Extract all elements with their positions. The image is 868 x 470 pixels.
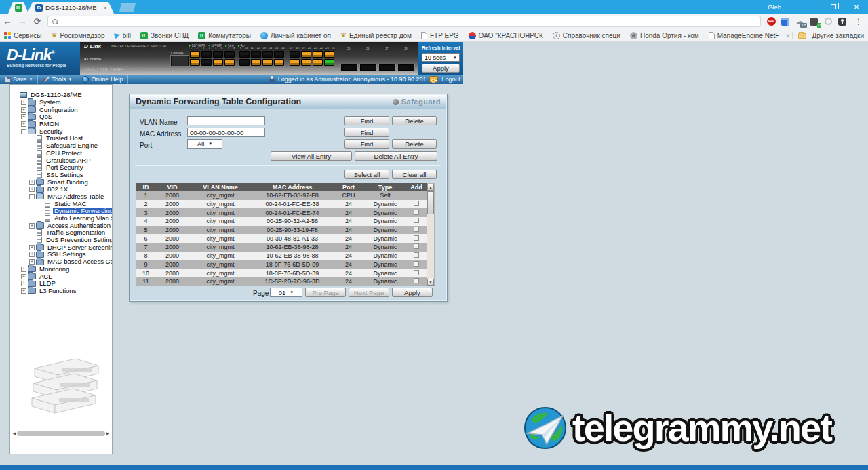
expand-icon[interactable]: + xyxy=(29,187,35,192)
bookmark-item[interactable]: ♛Единый реестр дом xyxy=(340,32,412,39)
address-input[interactable] xyxy=(61,18,756,25)
address-bar[interactable] xyxy=(47,16,761,27)
active-tab[interactable]: D DGS-1210-28/ME × xyxy=(27,2,114,14)
add-checkbox[interactable] xyxy=(414,261,419,267)
bookmark-item[interactable]: ОАО "КРАСНОЯРСК xyxy=(469,32,543,39)
port-find-button[interactable]: Find xyxy=(344,139,389,149)
vlan-find-button[interactable]: Find xyxy=(344,116,389,125)
scroll-left-icon[interactable]: ◀ xyxy=(12,431,17,435)
refresh-apply-button[interactable]: Apply xyxy=(422,64,460,73)
expand-icon[interactable]: + xyxy=(21,274,26,279)
bookmark-item[interactable]: bill xyxy=(115,32,131,39)
tree-item-acl[interactable]: +ACL xyxy=(13,273,112,280)
tree-item-rmon[interactable]: +RMON xyxy=(13,121,112,128)
vlan-delete-button[interactable]: Delete xyxy=(392,116,437,125)
forward-icon[interactable]: → xyxy=(15,16,30,26)
add-checkbox[interactable] xyxy=(414,278,419,283)
save-menu[interactable]: Save▼ xyxy=(0,75,38,84)
add-checkbox[interactable] xyxy=(414,252,419,258)
adblock-icon[interactable]: ABP xyxy=(766,17,776,26)
expand-icon[interactable]: + xyxy=(21,267,26,272)
select-all-button[interactable]: Select all xyxy=(344,170,389,179)
tree-item-system[interactable]: +System xyxy=(13,99,112,106)
share-icon[interactable] xyxy=(781,17,790,26)
browser-menu-icon[interactable]: ⋮ xyxy=(852,17,865,26)
disabled-ext-icon[interactable] xyxy=(823,17,833,26)
mac-address-input[interactable] xyxy=(187,128,265,137)
add-checkbox[interactable] xyxy=(414,227,419,232)
add-checkbox[interactable] xyxy=(414,201,419,206)
next-page-button[interactable]: Next Page xyxy=(349,288,389,297)
pinned-tab[interactable]: II xyxy=(8,2,28,14)
add-checkbox[interactable] xyxy=(414,235,419,241)
bookmarks-overflow-icon[interactable]: » xyxy=(786,32,790,39)
stats-icon[interactable]: 0 xyxy=(809,17,818,26)
tree-item-safeguard-engine[interactable]: Safeguard Engine xyxy=(13,142,112,150)
tree-item-auto-learning-vlan-settings[interactable]: Auto Learning Vlan Settings xyxy=(13,215,112,222)
tree-item-configuration[interactable]: +Configuration xyxy=(13,106,112,113)
bookmark-item[interactable]: iСправочник специ xyxy=(553,32,620,39)
add-checkbox[interactable] xyxy=(414,218,419,223)
scroll-up-icon[interactable]: ▲ xyxy=(427,184,434,191)
tree-item-l3-functions[interactable]: +L3 Functions xyxy=(13,288,112,295)
delete-all-entry-button[interactable]: Delete All Entry xyxy=(355,151,437,161)
bookmark-item[interactable]: Honda Ортия - ком xyxy=(630,32,699,39)
tools-menu[interactable]: Tools▼ xyxy=(38,75,77,84)
expand-icon[interactable]: + xyxy=(29,180,35,185)
bookmark-item[interactable]: IIКоммутаторы xyxy=(198,32,251,39)
add-checkbox[interactable] xyxy=(414,243,419,249)
bookmark-item[interactable]: Личный кабинет оп xyxy=(260,32,331,39)
expand-icon[interactable]: + xyxy=(21,288,26,294)
vlan-name-input[interactable] xyxy=(187,116,265,125)
tree-item-dos-prevention-settings[interactable]: DoS Prevention Settings xyxy=(13,237,112,244)
expand-icon[interactable]: + xyxy=(21,121,26,127)
mac-find-button[interactable]: Find xyxy=(344,128,389,137)
other-bookmarks[interactable]: Другие закладки xyxy=(792,32,864,39)
pre-page-button[interactable]: Pre Page xyxy=(305,288,346,297)
back-icon[interactable]: ← xyxy=(0,16,15,26)
tree-item-qos[interactable]: +QoS xyxy=(13,113,112,121)
tree-item-mac-address-table[interactable]: -MAC Address Table xyxy=(13,193,112,201)
collapse-icon[interactable]: - xyxy=(29,194,35,199)
maximize-button[interactable] xyxy=(822,0,845,14)
table-scrollbar[interactable]: ▲ ▼ xyxy=(427,183,435,286)
bookmark-item[interactable]: FTP EPG xyxy=(421,32,459,39)
add-checkbox[interactable] xyxy=(414,210,419,215)
tree-item-lldp[interactable]: +LLDP xyxy=(13,280,112,288)
expand-icon[interactable]: + xyxy=(29,252,35,257)
close-button[interactable]: ✕ xyxy=(845,0,868,14)
bookmark-item[interactable]: ManageEngine NetF xyxy=(709,32,780,39)
tree-item-cpu-protect[interactable]: CPU Protect xyxy=(13,150,112,157)
tree-item-dgs-1210-28-me[interactable]: DGS-1210-28/ME xyxy=(13,92,112,99)
profile-name[interactable]: Gleb xyxy=(768,3,781,11)
expand-icon[interactable]: + xyxy=(21,107,26,113)
bookmark-item[interactable]: Сервисы xyxy=(4,32,41,39)
new-tab-button[interactable] xyxy=(119,3,136,12)
cloud-icon[interactable]: ☁18 xyxy=(795,17,804,26)
refresh-icon[interactable]: ⟳ xyxy=(30,16,45,26)
scrollbar-thumb[interactable] xyxy=(17,431,105,436)
minimize-button[interactable] xyxy=(799,0,822,14)
tree-item-monitoring[interactable]: +Monitoring xyxy=(13,266,112,273)
tab-close-icon[interactable]: × xyxy=(104,5,107,12)
port-delete-button[interactable]: Delete xyxy=(392,139,437,149)
collapse-icon[interactable]: - xyxy=(21,129,26,134)
tree-item-port-security[interactable]: Port Security xyxy=(13,164,112,172)
view-all-entry-button[interactable]: View All Entry xyxy=(271,151,352,161)
bookmark-item[interactable]: IIЗвонки СПД xyxy=(140,32,189,39)
expand-icon[interactable]: + xyxy=(29,223,35,229)
expand-icon[interactable]: + xyxy=(29,259,35,265)
scroll-right-icon[interactable]: ▶ xyxy=(105,431,111,435)
sidebar-horizontal-scrollbar[interactable]: ◀ ▶ xyxy=(12,429,111,437)
clear-all-button[interactable]: Clear all xyxy=(392,170,437,179)
add-checkbox[interactable] xyxy=(414,270,419,275)
expand-icon[interactable]: + xyxy=(21,100,26,105)
tree-item-ssl-settings[interactable]: SSL Settings xyxy=(13,172,112,179)
page-select[interactable]: 01▼ xyxy=(270,288,302,297)
table-scrollbar-thumb[interactable] xyxy=(427,191,434,214)
bookmark-item[interactable]: ♛Роскомнадзор xyxy=(51,32,104,39)
scroll-down-icon[interactable]: ▼ xyxy=(427,279,434,286)
page-apply-button[interactable]: Apply xyxy=(392,288,433,297)
keyhole-icon[interactable] xyxy=(837,17,847,26)
tree-item-mac-based-access-control-mac[interactable]: +MAC-based Access Control (MAC xyxy=(13,258,112,266)
